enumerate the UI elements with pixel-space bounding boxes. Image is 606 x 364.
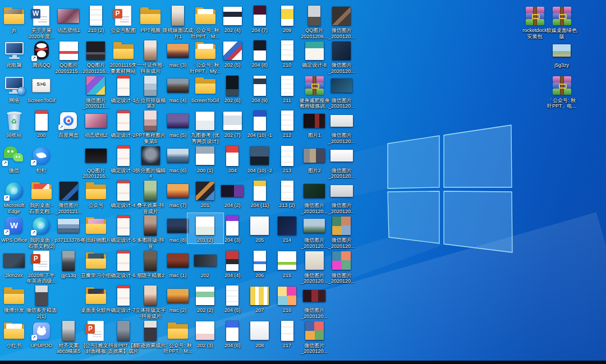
desktop-icon[interactable]: ↗钉钉 xyxy=(23,143,60,174)
photo-thumbnail-icon xyxy=(117,181,130,201)
microsoft-edge-icon: ↗ xyxy=(33,217,50,234)
icon-label-line: 回收站 xyxy=(7,132,22,139)
icon-label-line: UPUPOO xyxy=(30,343,52,349)
photo-thumbnail-icon xyxy=(196,321,214,340)
icon-thumbnail-area xyxy=(324,250,360,272)
photo-thumbnail-icon xyxy=(226,146,238,166)
desktop-icon[interactable]: j5g3zy xyxy=(543,38,580,69)
desktop-icon[interactable]: 微信图片_2020120... xyxy=(323,3,360,40)
icon-label-line: j5g3zy xyxy=(554,62,569,68)
icon-label: 204 (9) xyxy=(252,98,268,104)
icon-label: mac (1) xyxy=(169,273,187,279)
icon-label: 202 (5) xyxy=(224,62,241,68)
desktop-icon[interactable]: 微信图片_2020120... xyxy=(323,213,360,250)
icon-label-line: 205 xyxy=(255,237,264,243)
icon-label-line: mac (8) xyxy=(169,237,187,243)
wechat-icon: ↗ xyxy=(4,146,24,165)
photo-thumbnail-icon xyxy=(226,285,238,306)
recycle-bin-icon: ♻ xyxy=(7,111,22,131)
tencent-qq-icon: ↗ xyxy=(33,41,50,60)
desktop-icon[interactable]: 微信图片_2020120... xyxy=(323,178,360,215)
icon-label-line: 200 xyxy=(37,132,45,139)
icon-label-line: 201 (2) xyxy=(197,237,213,243)
desktop-icon[interactable]: 微信图片_2020120... xyxy=(323,38,360,75)
icon-label: 210 (2) xyxy=(88,27,104,34)
icon-thumbnail-area: S>G xyxy=(24,75,59,97)
icon-label: 微博分发 xyxy=(4,307,24,314)
photo-thumbnail-icon xyxy=(254,110,266,131)
photo-thumbnail-icon xyxy=(59,182,78,200)
desktop-icon[interactable]: 微信图片_2020120... xyxy=(323,143,360,180)
photo-thumbnail-icon xyxy=(196,146,214,165)
folder-icon xyxy=(113,42,134,59)
desktop-icon[interactable]: 微信图片_2020120... xyxy=(323,248,360,285)
icon-label: 208 xyxy=(255,343,264,349)
desktop-icon[interactable]: 微信图片_2020120... xyxy=(323,108,360,145)
icon-label-line: 小红书 xyxy=(7,343,22,349)
desktop-icon[interactable]: S>GScreenToGif xyxy=(23,73,60,104)
photo-thumbnail-icon xyxy=(85,114,107,128)
photo-thumbnail-icon xyxy=(305,251,324,270)
icon-label: 图片1 xyxy=(308,132,321,139)
icon-label-line: 210 (2) xyxy=(88,27,104,34)
photo-thumbnail-icon xyxy=(281,181,293,201)
icon-label-line: 微信图片 xyxy=(328,132,355,139)
icon-label: 202 (3) xyxy=(197,343,213,349)
word-document-icon: W xyxy=(33,6,49,26)
icon-label: mac (3) xyxy=(169,62,187,68)
desktop-icon[interactable]: 微信图片_2020120... xyxy=(323,73,360,110)
photo-thumbnail-icon xyxy=(303,290,325,302)
photo-thumbnail-icon xyxy=(226,321,238,341)
icon-label-line: mac (1) xyxy=(169,273,187,279)
icon-label: mac (4) xyxy=(169,98,187,104)
photo-thumbnail-icon xyxy=(167,44,189,58)
icon-label: 202 (2) xyxy=(197,307,213,314)
desktop-icon[interactable]: 微信图片_2020120... xyxy=(296,283,333,320)
desktop-icon[interactable]: 微信多开精选2(1) xyxy=(23,283,60,320)
folder-icon xyxy=(85,287,107,305)
icon-label-line: 204 (9) xyxy=(252,98,268,104)
shortcut-arrow-icon: ↗ xyxy=(31,56,37,61)
icon-label: 213 (2) xyxy=(279,202,295,209)
icon-label-line: 微信图片 xyxy=(301,343,328,349)
icon-label: 图片2 xyxy=(308,168,321,174)
icon-thumbnail-area xyxy=(324,214,360,237)
photo-thumbnail-icon xyxy=(278,287,296,305)
icon-label-line: PPT视频 xyxy=(140,27,160,34)
photo-thumbnail-icon xyxy=(85,149,107,163)
icon-label: 215 xyxy=(283,273,291,279)
icon-thumbnail-area xyxy=(544,39,580,62)
taskbar[interactable] xyxy=(0,361,606,364)
folder-icon xyxy=(167,322,189,339)
photo-thumbnail-icon xyxy=(196,112,214,130)
powerpoint-document-icon: P xyxy=(88,321,104,341)
icon-label: jh xyxy=(12,27,16,34)
photo-thumbnail-icon xyxy=(144,251,157,271)
folder-icon xyxy=(3,7,25,25)
photo-thumbnail-icon xyxy=(141,146,160,165)
photo-thumbnail-icon xyxy=(226,76,238,96)
icon-label: 200 xyxy=(37,132,45,139)
network-icon xyxy=(4,77,25,94)
photo-thumbnail-icon xyxy=(167,254,189,268)
folder-icon xyxy=(195,42,216,59)
icon-label-line: 微信图片 xyxy=(328,27,355,34)
photo-thumbnail-icon xyxy=(553,44,571,57)
desktop-icon[interactable]: 微信图片_2020120... xyxy=(296,318,333,355)
desktop-icon[interactable]: 软媒桌面绿色版 xyxy=(543,3,580,40)
icon-label: 小红书 xyxy=(7,343,22,349)
photo-thumbnail-icon xyxy=(278,216,296,235)
icon-thumbnail-area xyxy=(324,4,360,27)
icon-label: 「公众号: 秋叶PPT」电... xyxy=(547,98,576,109)
icon-label-line: 204 (2) xyxy=(224,202,241,209)
desktop-icon[interactable]: 「公众号: 秋叶PPT」电... xyxy=(543,73,580,110)
photo-thumbnail-icon xyxy=(332,42,351,60)
photo-thumbnail-icon xyxy=(62,251,75,271)
shortcut-arrow-icon: ↗ xyxy=(31,160,36,165)
icon-label: 205 xyxy=(255,237,264,243)
icon-label-line: 微信多开精选 xyxy=(26,307,57,314)
photo-thumbnail-icon xyxy=(117,76,130,96)
icon-label: 动态壁纸1 xyxy=(57,27,80,34)
powerpoint-document-icon: P xyxy=(33,251,49,271)
wps-office-icon: W↗ xyxy=(6,217,22,234)
